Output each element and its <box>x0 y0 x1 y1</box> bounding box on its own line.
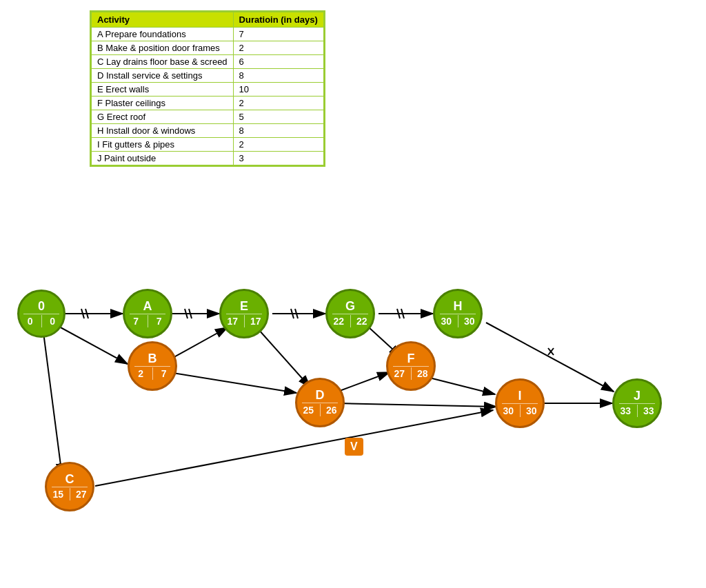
svg-line-24 <box>548 348 554 355</box>
activity-cell: G Erect roof <box>92 110 234 124</box>
duration-header: Duratioin (in days) <box>233 12 323 28</box>
node-I: I 30 30 <box>495 378 545 428</box>
activity-cell: H Install door & windows <box>92 124 234 138</box>
activity-cell: J Paint outside <box>92 152 234 165</box>
table-row: F Plaster ceilings2 <box>92 97 324 110</box>
node-start: 0 0 0 <box>17 290 65 338</box>
activity-cell: B Make & position door frames <box>92 41 234 55</box>
svg-line-4 <box>43 327 62 476</box>
v-label: V <box>345 438 363 456</box>
duration-cell: 10 <box>233 83 323 97</box>
svg-line-7 <box>189 309 192 318</box>
duration-cell: 6 <box>233 55 323 69</box>
table-row: C Lay drains floor base & screed6 <box>92 55 324 69</box>
table-row: E Erect walls10 <box>92 83 324 97</box>
table-row: H Install door & windows8 <box>92 124 324 138</box>
node-F: F 27 28 <box>386 341 436 391</box>
svg-line-11 <box>291 309 294 318</box>
node-J: J 33 33 <box>612 378 662 428</box>
svg-line-2 <box>85 309 88 318</box>
node-A: A 7 7 <box>123 289 172 338</box>
activity-cell: A Prepare foundations <box>92 28 234 41</box>
svg-line-18 <box>338 372 390 392</box>
node-D: D 25 26 <box>295 378 345 427</box>
node-B: B 2 7 <box>128 341 177 391</box>
node-G: G 22 22 <box>325 289 375 338</box>
node-C: C 15 27 <box>45 462 94 511</box>
svg-line-12 <box>295 309 298 318</box>
table-row: A Prepare foundations7 <box>92 28 324 41</box>
duration-cell: 2 <box>233 138 323 152</box>
svg-line-21 <box>430 378 495 394</box>
duration-cell: 8 <box>233 69 323 83</box>
svg-line-3 <box>52 323 128 364</box>
network-diagram: 0 0 0 A 7 7 B 2 7 C 15 27 <box>0 207 706 588</box>
activity-cell: D Install service & settings <box>92 69 234 83</box>
svg-line-23 <box>548 348 554 355</box>
activity-cell: C Lay drains floor base & screed <box>92 55 234 69</box>
svg-line-16 <box>401 309 404 318</box>
table-row: D Install service & settings8 <box>92 69 324 83</box>
activity-cell: F Plaster ceilings <box>92 97 234 110</box>
svg-line-6 <box>185 309 188 318</box>
svg-line-20 <box>95 410 493 486</box>
node-H: H 30 30 <box>433 289 483 338</box>
activity-cell: I Fit gutters & pipes <box>92 138 234 152</box>
activity-table: Activity Duratioin (in days) A Prepare f… <box>90 10 325 167</box>
arrows-svg <box>0 207 706 588</box>
svg-line-15 <box>397 309 400 318</box>
activity-cell: E Erect walls <box>92 83 234 97</box>
duration-cell: 8 <box>233 124 323 138</box>
duration-cell: 2 <box>233 41 323 55</box>
table-row: G Erect roof5 <box>92 110 324 124</box>
table-row: J Paint outside3 <box>92 152 324 165</box>
svg-line-1 <box>81 309 84 318</box>
table-row: B Make & position door frames2 <box>92 41 324 55</box>
table-row: I Fit gutters & pipes2 <box>92 138 324 152</box>
duration-cell: 7 <box>233 28 323 41</box>
duration-cell: 3 <box>233 152 323 165</box>
svg-line-19 <box>338 403 496 407</box>
svg-line-22 <box>486 323 614 392</box>
node-E: E 17 17 <box>219 289 269 338</box>
activity-header: Activity <box>92 12 234 28</box>
duration-cell: 5 <box>233 110 323 124</box>
duration-cell: 2 <box>233 97 323 110</box>
svg-line-9 <box>169 372 296 393</box>
svg-line-13 <box>259 330 310 387</box>
